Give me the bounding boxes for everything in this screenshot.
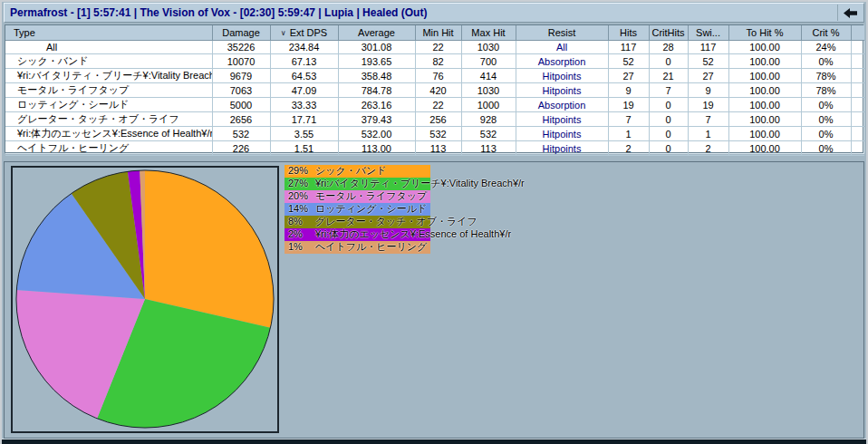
- column-header-max_hit[interactable]: Max Hit: [461, 25, 516, 41]
- cell-min_hit: 82: [415, 54, 461, 69]
- cell-filler: [851, 41, 864, 54]
- column-header-to_hit_pct[interactable]: To Hit %: [728, 25, 801, 41]
- cell-swings: 27: [688, 69, 728, 83]
- cell-min_hit: 22: [415, 41, 461, 54]
- column-header-min_hit[interactable]: Min Hit: [415, 25, 461, 41]
- cell-empty: [688, 156, 728, 157]
- cell-hits: 27: [608, 69, 649, 83]
- table-empty-row: [5, 156, 864, 157]
- cell-damage: 226: [212, 141, 270, 156]
- legend-label: ¥ri:体力のエッセンス¥:Essence of Health¥/r: [315, 228, 511, 239]
- cell-resist: Hitpoints: [516, 69, 608, 83]
- cell-swings: 2: [688, 141, 728, 156]
- table-row[interactable]: ¥ri:バイタリティ・ブリーチ¥:Vitality Breach¥/r96796…: [5, 69, 864, 83]
- pie-chart-box: [11, 166, 279, 433]
- cell-empty: [516, 156, 608, 157]
- table-row[interactable]: モータル・ライフタップ706347.09784.784201030Hitpoin…: [5, 83, 864, 98]
- table-row[interactable]: All35226234.84301.08221030All11728117100…: [5, 41, 864, 54]
- pie-legend: 29%シック・バンド27%¥ri:バイタリティ・ブリーチ¥:Vitality B…: [285, 165, 430, 254]
- legend-label: グレーター・タッチ・オブ・ライフ: [315, 216, 477, 227]
- column-header-ext_dps[interactable]: ∨Ext DPS: [270, 25, 338, 41]
- cell-swings: 52: [688, 54, 728, 69]
- legend-item: 14%ロッティング・シールド: [285, 203, 430, 216]
- cell-swings: 1: [688, 127, 728, 141]
- cell-max_hit: 1000: [461, 98, 516, 112]
- column-header-damage[interactable]: Damage: [212, 25, 270, 41]
- cell-crit_hits: 28: [649, 41, 688, 54]
- column-header-swings[interactable]: Swi...: [688, 25, 728, 41]
- cell-to_hit_pct: 100.00: [728, 98, 801, 112]
- cell-average: 358.48: [338, 69, 415, 83]
- legend-label: ロッティング・シールド: [315, 203, 427, 214]
- cell-type: ¥ri:バイタリティ・ブリーチ¥:Vitality Breach¥/r: [5, 69, 212, 83]
- legend-label: ¥ri:バイタリティ・ブリーチ¥:Vitality Breach¥/r: [315, 178, 525, 188]
- cell-filler: [851, 54, 864, 69]
- cell-max_hit: 1030: [461, 83, 516, 98]
- column-header-crit_pct[interactable]: Crit %: [801, 25, 851, 41]
- table-row[interactable]: ロッティング・シールド500033.33263.16221000Absorpti…: [5, 98, 864, 112]
- cell-average: 379.43: [338, 112, 415, 127]
- cell-type: シック・バンド: [5, 54, 212, 69]
- cell-average: 263.16: [338, 98, 415, 112]
- cell-hits: 1: [608, 127, 649, 141]
- cell-ext_dps: 1.51: [270, 141, 338, 156]
- table-row[interactable]: ¥ri:体力のエッセンス¥:Essence of Health¥/r5323.5…: [5, 127, 864, 141]
- cell-hits: 7: [608, 112, 649, 127]
- combat-stats-table: TypeDamage∨Ext DPSAverageMin HitMax HitR…: [5, 24, 863, 153]
- cell-ext_dps: 64.53: [270, 69, 338, 83]
- table-row[interactable]: ヘイトフル・ヒーリング2261.51113.00113113Hitpoints2…: [5, 141, 864, 156]
- cell-empty: [649, 156, 688, 157]
- cell-crit_pct: 78%: [801, 83, 851, 98]
- cell-type: All: [5, 41, 212, 54]
- cell-to_hit_pct: 100.00: [728, 127, 801, 141]
- legend-item: 20%モータル・ライフタップ: [285, 190, 430, 203]
- back-button[interactable]: [837, 5, 863, 21]
- cell-crit_hits: 0: [649, 127, 688, 141]
- cell-to_hit_pct: 100.00: [728, 141, 801, 156]
- cell-empty: [801, 156, 851, 157]
- column-header-average[interactable]: Average: [338, 25, 415, 41]
- cell-swings: 9: [688, 83, 728, 98]
- table-row[interactable]: グレーター・タッチ・オブ・ライフ265617.71379.43256928Hit…: [5, 112, 864, 127]
- cell-filler: [851, 112, 864, 127]
- cell-max_hit: 113: [461, 141, 516, 156]
- column-header-type[interactable]: Type: [5, 25, 212, 41]
- cell-min_hit: 113: [415, 141, 461, 156]
- cell-filler: [851, 98, 864, 112]
- legend-label: ヘイトフル・ヒーリング: [315, 241, 427, 252]
- column-header-filler: [851, 25, 864, 41]
- legend-item: 1%ヘイトフル・ヒーリング: [285, 241, 430, 254]
- cell-average: 301.08: [338, 41, 415, 54]
- column-header-crit_hits[interactable]: CritHits: [649, 25, 688, 41]
- cell-empty: [728, 156, 801, 157]
- cell-average: 193.65: [338, 54, 415, 69]
- cell-hits: 2: [608, 141, 649, 156]
- table-row[interactable]: シック・バンド1007067.13193.6582700Absorption52…: [5, 54, 864, 69]
- cell-crit_hits: 0: [649, 112, 688, 127]
- cell-crit_hits: 21: [649, 69, 688, 83]
- cell-hits: 9: [608, 83, 649, 98]
- cell-resist: Absorption: [516, 98, 608, 112]
- cell-empty: [5, 156, 212, 157]
- column-header-resist[interactable]: Resist: [516, 25, 608, 41]
- cell-average: 784.78: [338, 83, 415, 98]
- cell-resist: All: [516, 41, 608, 54]
- column-header-hits[interactable]: Hits: [608, 25, 649, 41]
- cell-swings: 117: [688, 41, 728, 54]
- act-encounter-window: Permafrost - [1] 5:57:41 | The Vision of…: [0, 0, 868, 444]
- cell-resist: Absorption: [516, 54, 608, 69]
- cell-ext_dps: 33.33: [270, 98, 338, 112]
- cell-damage: 9679: [212, 69, 270, 83]
- legend-percent: 1%: [285, 241, 315, 253]
- legend-item: 29%シック・バンド: [285, 165, 430, 178]
- table-header-row: TypeDamage∨Ext DPSAverageMin HitMax HitR…: [5, 25, 864, 41]
- cell-max_hit: 1030: [461, 41, 516, 54]
- cell-damage: 35226: [212, 41, 270, 54]
- cell-to_hit_pct: 100.00: [728, 54, 801, 69]
- cell-swings: 7: [688, 112, 728, 127]
- cell-hits: 117: [608, 41, 649, 54]
- cell-empty: [461, 156, 516, 157]
- cell-damage: 10070: [212, 54, 270, 69]
- cell-hits: 19: [608, 98, 649, 112]
- legend-item: 27%¥ri:バイタリティ・ブリーチ¥:Vitality Breach¥/r: [285, 178, 430, 190]
